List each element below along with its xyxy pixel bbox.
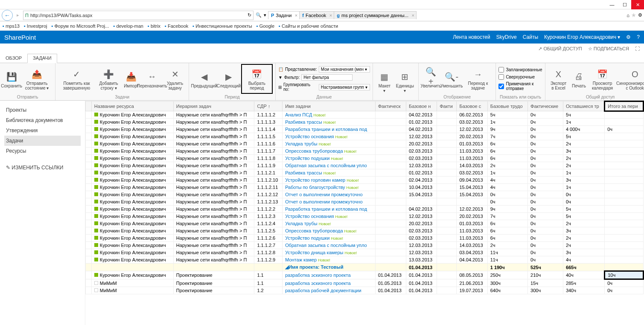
table-row[interactable]: Курочкин Егор Александрович Наружные сет… (86, 162, 644, 169)
table-row[interactable]: Курочкин Егор Александрович Проектирован… (86, 271, 644, 279)
table-row[interactable]: Курочкин Егор Александрович Наружные сет… (86, 227, 644, 235)
table-row[interactable]: Курочкин Егор Александрович Наружные сет… (86, 169, 644, 177)
table-row[interactable]: Курочкин Егор Александрович Наружные сет… (86, 206, 644, 213)
favorite-link[interactable]: ▪develop-man (113, 23, 143, 29)
close-button[interactable]: ✕ (631, 0, 644, 9)
ribbon-button[interactable]: ✕Удалить задачу (164, 64, 186, 94)
nav-item[interactable]: Ресурсы (4, 146, 81, 156)
table-row[interactable]: Курочкин Егор Александрович Наружные сет… (86, 256, 644, 264)
table-row[interactable]: МиМиМ Проектирование1.1 разработка эскиз… (86, 279, 644, 287)
fullscreen-icon[interactable]: ⛶ (635, 46, 640, 51)
table-row[interactable]: Курочкин Егор Александрович Наружные сет… (86, 119, 644, 126)
minimize-button[interactable]: — (606, 0, 618, 9)
table-row[interactable]: Курочкин Егор Александрович Наружные сет… (86, 198, 644, 206)
maximize-button[interactable]: ☐ (618, 0, 631, 9)
favorite-link[interactable]: ▪Сайты и рабочие области (279, 23, 338, 29)
table-row[interactable]: Курочкин Егор Александрович Наружные сет… (86, 184, 644, 191)
favorite-link[interactable]: ▪Инвестиционные проекты (192, 23, 252, 29)
nav-item[interactable]: ✎ ИЗМЕНИТЬ ССЫЛКИ (4, 162, 81, 173)
sp-nav-link[interactable]: SkyDrive (496, 34, 517, 40)
table-row[interactable]: Курочкин Егор Александрович Наружные сет… (86, 126, 644, 133)
table-row[interactable]: Курочкин Егор Александрович Наружные сет… (86, 235, 644, 242)
nav-item[interactable]: Библиотека документов (4, 115, 81, 125)
column-header[interactable]: Факти (437, 102, 457, 111)
ribbon-button[interactable]: ◀Предыдущий (192, 64, 216, 94)
column-header[interactable]: Базовое н (406, 102, 437, 111)
ribbon-button[interactable]: →Переход к задаче (463, 64, 493, 94)
ribbon-button[interactable]: 💾Сохранить (3, 64, 20, 94)
table-row[interactable]: Курочкин Егор Александрович Наружные сет… (86, 111, 644, 119)
back-button[interactable]: ← (2, 10, 13, 21)
ribbon-button[interactable]: 🖨Печать (570, 64, 588, 94)
table-row[interactable]: Курочкин Егор Александрович Наружные сет… (86, 155, 644, 162)
sp-nav-link[interactable]: Сайты (523, 34, 538, 40)
favorite-link[interactable]: ▪Facebook (165, 23, 188, 29)
search-icon[interactable]: 🔍 (255, 12, 262, 18)
ribbon-button[interactable]: ▦Макет ▾ (376, 64, 393, 99)
favorite-link[interactable]: ▪mps13 (3, 23, 20, 29)
table-row[interactable]: Курочкин Егор Александрович Наружные сет… (86, 140, 644, 148)
ribbon-button[interactable]: ➕Добавить строку ▾ (96, 64, 122, 94)
favorite-link[interactable]: ▪Investproj (24, 23, 47, 29)
ribbon-button[interactable]: ↔Переназначить (141, 64, 163, 94)
ribbon-button[interactable]: OСинхронизировать с Outlook (617, 64, 644, 94)
url-input[interactable]: П http://mps13/PWA/Tasks.aspx ↻ (23, 11, 254, 20)
nav-item[interactable]: Проекты (4, 105, 81, 115)
ribbon-button[interactable]: 📤Отправить состояние ▾ (21, 64, 52, 94)
table-row[interactable]: Курочкин Егор Александрович Наружные сет… (86, 213, 644, 220)
favorite-icon[interactable]: ★ (631, 12, 636, 18)
view-dropdown[interactable]: Мои назначения (мен ▾ (319, 66, 370, 73)
ribbon-checkbox[interactable]: Запланированные (498, 67, 542, 73)
share-link[interactable]: ↗ ОБЩИЙ ДОСТУП (538, 46, 582, 52)
column-header[interactable]: Имя задачи (283, 102, 376, 111)
ribbon-button[interactable]: XЭкспорт в Excel (548, 64, 569, 94)
table-row[interactable]: Курочкин Егор Александрович Наружные сет… (86, 242, 644, 249)
ribbon-button[interactable]: ▶Следующий (217, 64, 240, 94)
column-header[interactable]: СДР ↑ (254, 102, 283, 111)
browser-tab[interactable]: f Facebook × (299, 11, 334, 19)
dropdown-icon[interactable]: ▾ (264, 12, 266, 18)
ribbon-button[interactable]: 🔍+Увеличить (421, 64, 440, 94)
header-icon[interactable]: ⚙ (626, 34, 631, 40)
column-header[interactable]: Базовое с (457, 102, 487, 111)
ribbon-checkbox[interactable]: Примечания к отправке (498, 81, 542, 91)
column-header[interactable]: Фактические (528, 102, 563, 111)
browser-tab[interactable]: P Задачи × (268, 11, 300, 19)
ribbon-button[interactable]: 🔍-Уменьшить (441, 64, 462, 94)
table-row[interactable]: Курочкин Егор Александрович Наружные сет… (86, 220, 644, 227)
ribbon-button[interactable]: 📥Импорт (122, 64, 140, 94)
task-table[interactable]: Название ресурсаИерархия задачСДР ↑Имя з… (85, 101, 644, 294)
favorite-link[interactable]: ▪Форум по Microsoft Proj... (52, 23, 109, 29)
sp-nav-link[interactable]: Лента новостей (453, 34, 490, 40)
forward-icon[interactable]: ▸ (15, 12, 21, 18)
ribbon-button[interactable]: ✓Пометить как завершенную (58, 64, 95, 94)
column-header[interactable]: Иерархия задач (173, 102, 254, 111)
column-header[interactable]: Фактическ (375, 102, 406, 111)
ribbon-button[interactable]: ⊞Единицы ▾ (394, 64, 416, 99)
ribbon-tab[interactable]: ОБЗОР (0, 54, 27, 63)
ribbon-button[interactable]: 📅Просмотр календаря (589, 64, 616, 94)
nav-item[interactable]: Задачи (4, 136, 81, 146)
favorite-link[interactable]: ▪bitrix (148, 23, 160, 29)
ribbon-checkbox[interactable]: Сверхурочные (498, 74, 542, 80)
table-row[interactable]: МиМиМ Проектирование1.2 разработка рабоч… (86, 287, 644, 294)
column-header[interactable]: Оставшиеся тр (563, 102, 604, 111)
browser-tab[interactable]: g ms project суммарные данны... × (334, 11, 417, 19)
home-icon[interactable]: ⌂ (627, 13, 629, 18)
group-dropdown[interactable]: Настраиваемая групп ▾ (319, 84, 370, 90)
table-row[interactable]: Курочкин Егор Александрович Наружные сет… (86, 133, 644, 140)
ribbon-button[interactable]: 📅Выбрать период (241, 64, 273, 94)
table-row[interactable]: Курочкин Егор Александрович Наружные сет… (86, 191, 644, 198)
nav-item[interactable]: Утверждения (4, 125, 81, 136)
header-icon[interactable]: ? (637, 34, 640, 40)
follow-link[interactable]: ☆ ПОДПИСАТЬСЯ (588, 46, 629, 52)
table-row[interactable]: Курочкин Егор Александрович Наружные сет… (86, 177, 644, 184)
refresh-icon[interactable]: ↻ (248, 12, 251, 18)
filter-dropdown[interactable]: Нет фильтра (301, 74, 353, 81)
user-menu[interactable]: Курочкин Егор Александрович ▾ (544, 34, 620, 40)
column-header[interactable]: Итого за пери (605, 102, 644, 111)
settings-icon[interactable]: ⚙ (638, 12, 642, 18)
favorite-link[interactable]: ▪Google (256, 23, 274, 29)
ribbon-tab[interactable]: ЗАДАЧИ (27, 54, 57, 63)
table-row[interactable]: Курочкин Егор Александрович Наружные сет… (86, 148, 644, 155)
